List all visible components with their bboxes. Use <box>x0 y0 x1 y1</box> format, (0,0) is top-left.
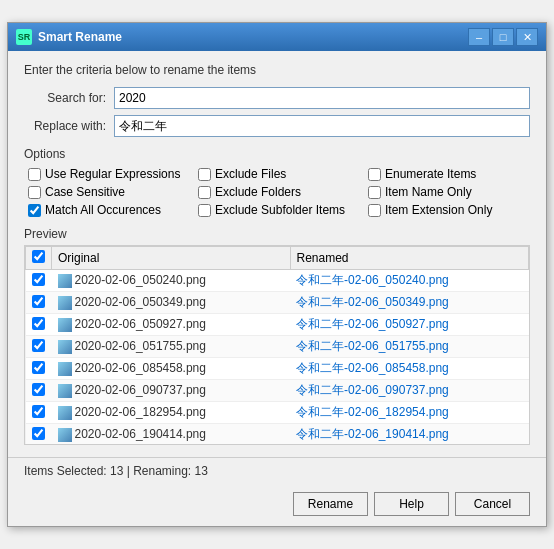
table-row: 2020-02-06_050349.png令和二年-02-06_050349.p… <box>26 292 529 314</box>
checkbox-enumerate[interactable] <box>368 168 381 181</box>
option-item-exclude_files[interactable]: Exclude Files <box>198 167 360 181</box>
header-checkbox[interactable] <box>32 250 45 263</box>
option-item-exclude_subfolder[interactable]: Exclude Subfolder Items <box>198 203 360 217</box>
table-row: 2020-02-06_090737.png令和二年-02-06_090737.p… <box>26 380 529 402</box>
option-item-match_all[interactable]: Match All Occurences <box>28 203 190 217</box>
table-row: 2020-02-06_085458.png令和二年-02-06_085458.p… <box>26 358 529 380</box>
cancel-button[interactable]: Cancel <box>455 492 530 516</box>
checkbox-exclude_folders[interactable] <box>198 186 211 199</box>
original-cell: 2020-02-06_182954.png <box>52 402 291 424</box>
titlebar: SR Smart Rename – □ ✕ <box>8 23 546 51</box>
header-check-col <box>26 247 52 270</box>
option-item-exclude_folders[interactable]: Exclude Folders <box>198 185 360 199</box>
checkbox-exclude_files[interactable] <box>198 168 211 181</box>
original-cell: 2020-02-06_051755.png <box>52 336 291 358</box>
bottom-bar: Rename Help Cancel <box>8 484 546 526</box>
renamed-cell: 令和二年-02-06_050240.png <box>290 270 529 292</box>
preview-section-label: Preview <box>24 227 530 241</box>
preview-wrapper: Preview Original Renamed 20 <box>24 227 530 445</box>
search-input[interactable] <box>114 87 530 109</box>
checkbox-use_regex[interactable] <box>28 168 41 181</box>
col-renamed-header: Renamed <box>290 247 529 270</box>
preview-table-container[interactable]: Original Renamed 2020-02-06_050240.png令和… <box>24 245 530 445</box>
table-row: 2020-02-06_050927.png令和二年-02-06_050927.p… <box>26 314 529 336</box>
file-icon <box>58 406 72 420</box>
checkbox-match_all[interactable] <box>28 204 41 217</box>
table-body: 2020-02-06_050240.png令和二年-02-06_050240.p… <box>26 270 529 446</box>
row-checkbox[interactable] <box>32 317 45 330</box>
row-checkbox[interactable] <box>32 405 45 418</box>
row-checkbox[interactable] <box>32 273 45 286</box>
replace-row: Replace with: <box>24 115 530 137</box>
titlebar-controls: – □ ✕ <box>468 28 538 46</box>
option-item-item_ext_only[interactable]: Item Extension Only <box>368 203 530 217</box>
checkbox-case_sensitive[interactable] <box>28 186 41 199</box>
option-item-use_regex[interactable]: Use Regular Expressions <box>28 167 190 181</box>
renamed-cell: 令和二年-02-06_182954.png <box>290 402 529 424</box>
maximize-button[interactable]: □ <box>492 28 514 46</box>
option-item-enumerate[interactable]: Enumerate Items <box>368 167 530 181</box>
titlebar-left: SR Smart Rename <box>16 29 122 45</box>
original-cell: 2020-02-06_090737.png <box>52 380 291 402</box>
original-cell: 2020-02-06_085458.png <box>52 358 291 380</box>
table-header: Original Renamed <box>26 247 529 270</box>
options-grid: Use Regular ExpressionsExclude FilesEnum… <box>24 167 530 217</box>
file-icon <box>58 384 72 398</box>
label-case_sensitive: Case Sensitive <box>45 185 125 199</box>
close-button[interactable]: ✕ <box>516 28 538 46</box>
table-row: 2020-02-06_050240.png令和二年-02-06_050240.p… <box>26 270 529 292</box>
renamed-cell: 令和二年-02-06_190414.png <box>290 424 529 446</box>
label-enumerate: Enumerate Items <box>385 167 476 181</box>
file-icon <box>58 362 72 376</box>
label-use_regex: Use Regular Expressions <box>45 167 180 181</box>
search-row: Search for: <box>24 87 530 109</box>
original-cell: 2020-02-06_190414.png <box>52 424 291 446</box>
status-bar: Items Selected: 13 | Renaming: 13 <box>8 457 546 484</box>
action-buttons: Rename Help Cancel <box>293 492 530 516</box>
file-icon <box>58 274 72 288</box>
checkbox-exclude_subfolder[interactable] <box>198 204 211 217</box>
original-cell: 2020-02-06_050240.png <box>52 270 291 292</box>
row-checkbox[interactable] <box>32 339 45 352</box>
row-checkbox[interactable] <box>32 361 45 374</box>
options-section-label: Options <box>24 147 530 161</box>
dialog-content: Enter the criteria below to rename the i… <box>8 51 546 457</box>
smart-rename-dialog: SR Smart Rename – □ ✕ Enter the criteria… <box>7 22 547 527</box>
renamed-cell: 令和二年-02-06_050349.png <box>290 292 529 314</box>
replace-label: Replace with: <box>24 119 114 133</box>
label-exclude_files: Exclude Files <box>215 167 286 181</box>
label-match_all: Match All Occurences <box>45 203 161 217</box>
search-label: Search for: <box>24 91 114 105</box>
minimize-button[interactable]: – <box>468 28 490 46</box>
label-exclude_folders: Exclude Folders <box>215 185 301 199</box>
help-button[interactable]: Help <box>374 492 449 516</box>
renamed-cell: 令和二年-02-06_050927.png <box>290 314 529 336</box>
file-icon <box>58 340 72 354</box>
col-original-header: Original <box>52 247 291 270</box>
table-row: 2020-02-06_182954.png令和二年-02-06_182954.p… <box>26 402 529 424</box>
label-item_ext_only: Item Extension Only <box>385 203 492 217</box>
checkbox-item_name_only[interactable] <box>368 186 381 199</box>
file-icon <box>58 428 72 442</box>
file-icon <box>58 318 72 332</box>
row-checkbox[interactable] <box>32 295 45 308</box>
app-icon: SR <box>16 29 32 45</box>
table-row: 2020-02-06_190414.png令和二年-02-06_190414.p… <box>26 424 529 446</box>
renamed-cell: 令和二年-02-06_051755.png <box>290 336 529 358</box>
original-cell: 2020-02-06_050349.png <box>52 292 291 314</box>
replace-input[interactable] <box>114 115 530 137</box>
label-exclude_subfolder: Exclude Subfolder Items <box>215 203 345 217</box>
label-item_name_only: Item Name Only <box>385 185 472 199</box>
option-item-item_name_only[interactable]: Item Name Only <box>368 185 530 199</box>
preview-table: Original Renamed 2020-02-06_050240.png令和… <box>25 246 529 445</box>
original-cell: 2020-02-06_050927.png <box>52 314 291 336</box>
row-checkbox[interactable] <box>32 427 45 440</box>
option-item-case_sensitive[interactable]: Case Sensitive <box>28 185 190 199</box>
description-text: Enter the criteria below to rename the i… <box>24 63 530 77</box>
status-text: Items Selected: 13 | Renaming: 13 <box>24 464 208 478</box>
row-checkbox[interactable] <box>32 383 45 396</box>
table-row: 2020-02-06_051755.png令和二年-02-06_051755.p… <box>26 336 529 358</box>
renamed-cell: 令和二年-02-06_090737.png <box>290 380 529 402</box>
rename-button[interactable]: Rename <box>293 492 368 516</box>
checkbox-item_ext_only[interactable] <box>368 204 381 217</box>
